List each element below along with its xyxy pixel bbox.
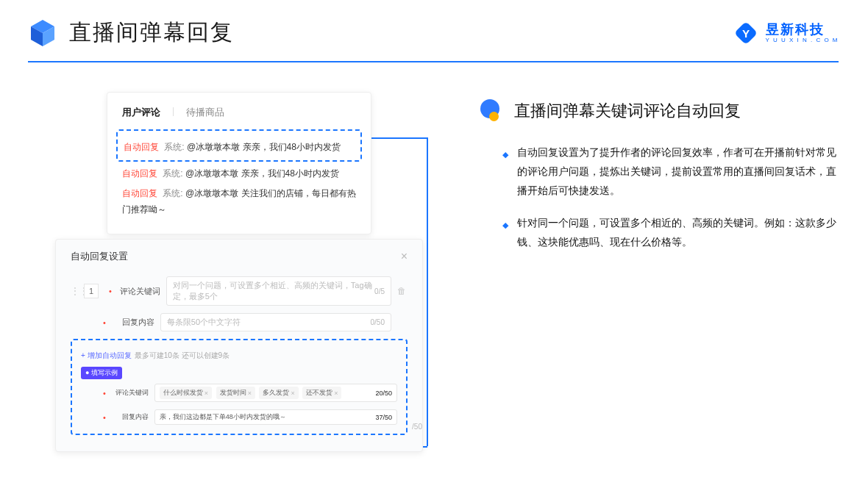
required-dot-icon: • bbox=[103, 389, 106, 398]
bullet-text: 针对同一个问题，可设置多个相近的、高频的关键词。例如：这款多少钱、这块能优惠吗、… bbox=[517, 214, 839, 252]
keyword-input[interactable]: 对同一个问题，可设置多个相近、高频的关键词，Tag确定，最多5个 0/5 bbox=[166, 276, 391, 306]
section-title-row: 直播间弹幕关键词评论自动回复 bbox=[480, 99, 839, 123]
keyword-label: 评论关键词 bbox=[119, 286, 160, 297]
add-auto-reply-link[interactable]: + 增加自动回复最多可建10条 还可以创建9条 bbox=[81, 351, 230, 359]
row-number: 1 bbox=[84, 284, 99, 298]
auto-reply-tag: 自动回复 bbox=[122, 188, 157, 198]
keyword-counter: 0/5 bbox=[374, 287, 385, 295]
required-dot-icon: • bbox=[109, 287, 112, 295]
message-body: @冰墩墩本墩 亲亲，我们48小时内发货 bbox=[187, 142, 341, 152]
connector-line bbox=[363, 137, 427, 139]
example-content-text: 亲，我们这边都是下单48小时内发货的哦～ bbox=[160, 412, 286, 422]
outer-counter: /50 bbox=[412, 423, 422, 431]
logo-text-en: Y U U X I N . C O M bbox=[766, 37, 839, 43]
message-body: @冰墩墩本墩 亲亲，我们48小时内发货 bbox=[185, 168, 339, 179]
comments-panel: 用户评论 | 待播商品 自动回复 系统: @冰墩墩本墩 亲亲，我们48小时内发货… bbox=[107, 92, 371, 234]
brand-logo: Y 昱新科技 Y U U X I N . C O M bbox=[732, 19, 839, 47]
bullet-text: 自动回复设置为了提升作者的评论回复效率，作者可在开播前针对常见的评论用户问题，提… bbox=[517, 143, 839, 201]
example-pill: ● 填写示例 bbox=[81, 367, 122, 379]
highlighted-message: 自动回复 系统: @冰墩墩本墩 亲亲，我们48小时内发货 bbox=[116, 129, 362, 162]
diamond-bullet-icon: ◆ bbox=[502, 147, 508, 201]
bubbles-icon bbox=[480, 99, 504, 123]
logo-diamond-icon: Y bbox=[732, 19, 760, 47]
logo-text-cn: 昱新科技 bbox=[766, 23, 839, 36]
content-input[interactable]: 每条限50个中文字符 0/50 bbox=[160, 313, 391, 331]
bullet-item: ◆ 针对同一个问题，可设置多个相近的、高频的关键词。例如：这款多少钱、这块能优惠… bbox=[480, 214, 839, 252]
cube-icon bbox=[28, 18, 57, 48]
content-placeholder: 每条限50个中文字符 bbox=[167, 317, 241, 328]
section-title: 直播间弹幕关键词评论自动回复 bbox=[514, 100, 741, 122]
connector-line bbox=[427, 137, 428, 446]
system-label: 系统: bbox=[163, 168, 182, 179]
keyword-tag[interactable]: 多久发货× bbox=[259, 387, 298, 399]
content-row: • 回复内容 每条限50个中文字符 0/50 bbox=[71, 313, 408, 331]
drag-handle-icon[interactable]: ⋮⋮ bbox=[71, 286, 78, 296]
svg-text:Y: Y bbox=[741, 26, 749, 39]
tab-pending-goods[interactable]: 待播商品 bbox=[186, 106, 224, 119]
example-keyword-label: 评论关键词 bbox=[113, 388, 149, 398]
trash-icon[interactable]: 🗑 bbox=[397, 286, 408, 296]
close-icon[interactable]: × bbox=[401, 250, 408, 263]
page-header: 直播间弹幕回复 Y 昱新科技 Y U U X I N . C O M bbox=[0, 0, 868, 48]
header-left: 直播间弹幕回复 bbox=[28, 18, 234, 48]
auto-reply-tag: 自动回复 bbox=[122, 168, 157, 179]
diamond-bullet-icon: ◆ bbox=[502, 218, 508, 252]
system-label: 系统: bbox=[164, 142, 184, 152]
screenshot-composite: 用户评论 | 待播商品 自动回复 系统: @冰墩墩本墩 亲亲，我们48小时内发货… bbox=[55, 92, 414, 251]
content-counter: 0/50 bbox=[371, 318, 385, 326]
keyword-tag[interactable]: 还不发货× bbox=[302, 387, 341, 399]
keyword-placeholder: 对同一个问题，可设置多个相近、高频的关键词，Tag确定，最多5个 bbox=[173, 280, 374, 302]
tab-separator: | bbox=[172, 106, 174, 119]
bullet-item: ◆ 自动回复设置为了提升作者的评论回复效率，作者可在开播前针对常见的评论用户问题… bbox=[480, 143, 839, 201]
modal-title: 自动回复设置 bbox=[71, 250, 128, 263]
auto-reply-tag: 自动回复 bbox=[124, 142, 159, 152]
example-content-input[interactable]: 亲，我们这边都是下单48小时内发货的哦～ 37/50 bbox=[154, 409, 397, 425]
keyword-tag[interactable]: 发货时间× bbox=[216, 387, 255, 399]
auto-reply-message: 自动回复 系统: @冰墩墩本墩 关注我们的店铺，每日都有热门推荐呦～ bbox=[122, 186, 356, 218]
example-keyword-counter: 20/50 bbox=[375, 390, 392, 397]
comments-tabs: 用户评论 | 待播商品 bbox=[122, 106, 356, 119]
tab-user-comments[interactable]: 用户评论 bbox=[122, 106, 160, 119]
system-label: 系统: bbox=[163, 188, 182, 198]
example-keyword-input[interactable]: 什么时候发货× 发货时间× 多久发货× 还不发货× 20/50 bbox=[154, 384, 397, 402]
required-dot-icon: • bbox=[103, 413, 106, 422]
keyword-tag[interactable]: 什么时候发货× bbox=[160, 387, 212, 399]
auto-reply-message: 自动回复 系统: @冰墩墩本墩 亲亲，我们48小时内发货 bbox=[122, 166, 356, 182]
example-content-counter: 37/50 bbox=[375, 414, 392, 421]
example-keyword-row: • 评论关键词 什么时候发货× 发货时间× 多久发货× 还不发货× 20/50 bbox=[81, 384, 397, 402]
auto-reply-message: 自动回复 系统: @冰墩墩本墩 亲亲，我们48小时内发货 bbox=[124, 140, 355, 156]
example-content-row: • 回复内容 亲，我们这边都是下单48小时内发货的哦～ 37/50 bbox=[81, 409, 397, 425]
example-block: + 增加自动回复最多可建10条 还可以创建9条 ● 填写示例 • 评论关键词 什… bbox=[71, 339, 408, 435]
explanation-section: 直播间弹幕关键词评论自动回复 ◆ 自动回复设置为了提升作者的评论回复效率，作者可… bbox=[480, 92, 839, 251]
page-title: 直播间弹幕回复 bbox=[69, 18, 234, 48]
required-dot-icon: • bbox=[103, 318, 106, 327]
auto-reply-settings-modal: 自动回复设置 × ⋮⋮ 1 • 评论关键词 对同一个问题，可设置多个相近、高频的… bbox=[55, 239, 423, 452]
example-content-label: 回复内容 bbox=[113, 412, 149, 422]
keyword-row: ⋮⋮ 1 • 评论关键词 对同一个问题，可设置多个相近、高频的关键词，Tag确定… bbox=[71, 276, 408, 306]
content-label: 回复内容 bbox=[113, 317, 154, 328]
